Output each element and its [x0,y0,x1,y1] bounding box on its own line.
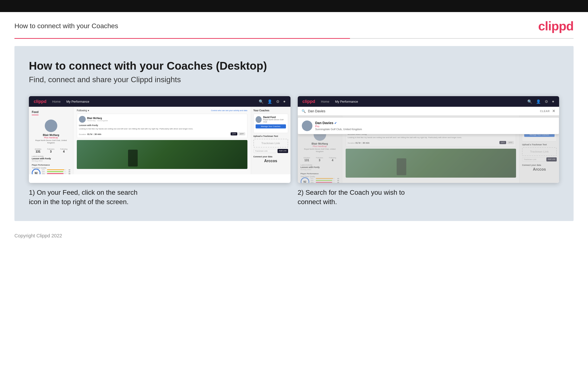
page-title: How to connect with your Coaches [14,22,118,30]
app-nav-1: clippd Home My Performance 🔍 👤 ⚙ ● [29,96,290,107]
search-result-info: Dan Davies ✔ Pro Sunningdale Golf Club, … [315,121,362,131]
lesson-card-avatar-1 [79,116,86,123]
app-nav-myperformance-1[interactable]: My Performance [66,100,89,103]
app-nav-icons-2: 🔍 👤 ⚙ ● [527,99,554,104]
search-input-mock[interactable]: Dan Davies [308,109,538,113]
profile-badge-2: Plus Handicap [301,145,339,147]
user-icon-1[interactable]: 👤 [267,99,272,104]
profile-badge-1: Plus Handicap [32,136,70,139]
add-link-btn-2[interactable]: Add Link [546,157,557,161]
search-result-avatar [302,120,312,131]
clippd-logo: clippd [538,19,574,33]
duration-row-1: Duration 01 hr : 30 min OTT APP [79,132,245,136]
main-title: How to connect with your Coaches (Deskto… [29,59,559,72]
step-1-text: 1) On your Feed, click on the searchicon… [29,188,290,207]
app-nav-home-1[interactable]: Home [52,100,61,103]
profile-name-2: Blair McHarg [301,142,339,145]
search-result-role: Pro [315,125,362,128]
feed-tab-1[interactable]: Feed [32,110,38,115]
app-nav-icons-1: 🔍 👤 ⚙ ● [259,99,286,104]
settings-icon-2[interactable]: ⚙ [545,99,548,104]
upload-section-1: Upload a Trackman Test Trackman Link Tra… [254,135,288,153]
search-result-club: Sunningdale Golf Club, United Kingdom [315,128,362,131]
search-overlay-container: 🔍 Dan Davies CLEAR ✕ Dan Davies [298,107,559,115]
player-perf-1: Player Performance Total Player Quality … [32,164,70,174]
golfer-figure-2 [397,158,406,175]
app-nav-logo-1: clippd [34,99,46,104]
search-bar-overlay: 🔍 Dan Davies CLEAR ✕ [298,107,559,115]
app-nav-home-2[interactable]: Home [321,100,330,103]
lesson-image-1 [77,140,247,169]
quality-circle-1: 92 [32,169,40,174]
trackman-box-1: Trackman Link [254,139,288,147]
latest-activity-1: Latest Activity Lesson with Fordy 03 Aug… [32,155,70,162]
main-subtitle: Find, connect and share your Clippd insi… [29,75,559,84]
stat-followers-2: Followers 3 [316,157,323,162]
avatar-icon-2[interactable]: ● [552,99,554,104]
search-result-item[interactable]: Dan Davies ✔ Pro Sunningdale Golf Club, … [298,118,559,134]
footer: Copyright Clippd 2022 [0,228,588,243]
main-content: How to connect with your Coaches (Deskto… [14,46,574,221]
avatar-icon-1[interactable]: ● [283,99,286,104]
search-icon-2[interactable]: 🔍 [527,99,532,104]
settings-icon-1[interactable]: ⚙ [276,99,280,104]
copyright: Copyright Clippd 2022 [14,233,62,238]
search-icon-overlay: 🔍 [302,109,306,113]
coach-avatar-1 [256,116,262,123]
step-2-text: 2) Search for the Coach you wish toconne… [298,188,559,207]
coach-item-1: David Ford Royal North Devon Golf Club [256,116,286,123]
search-result-name: Dan Davies ✔ [315,121,362,125]
quality-bars-1: OTT 90 APP 85 [42,169,70,174]
btn-tags-2: OTT APP [500,141,514,144]
connect-section-2: Connect your data Arccos [522,164,557,172]
coach-card-1: David Ford Royal North Devon Golf Club M… [254,114,288,133]
app-nav-2: clippd Home My Performance 🔍 👤 ⚙ ● [298,96,559,107]
header: How to connect with your Coaches clippd [0,12,588,38]
stat-following-1: Following 4 [60,148,67,153]
mid-panel-1: Following ▾ Control who can see your act… [73,107,251,174]
connect-section-1: Connect your data Arccos [254,156,288,163]
profile-club-1: Royal North Devon Golf Club, United King… [32,139,70,144]
lesson-image-2 [346,149,516,178]
search-icon-1[interactable]: 🔍 [259,99,263,104]
search-result-dropdown: Dan Davies ✔ Pro Sunningdale Golf Club, … [298,117,559,134]
verified-icon: ✔ [334,121,337,125]
top-bar [0,0,588,12]
following-bar-1: Following ▾ Control who can see your act… [77,109,247,112]
profile-name-1: Blair McHarg [32,134,70,136]
header-divider [14,38,574,39]
stat-activities-1: Activities 131 [35,148,41,153]
screenshot-1-frame: clippd Home My Performance 🔍 👤 ⚙ ● Feed [29,96,290,183]
right-panel-1: Your Coaches David Ford Royal North Devo… [251,107,290,174]
lesson-card-header-1: Blair McHarg Yesterday · Sunningdale [79,116,245,123]
screenshot-1-block: clippd Home My Performance 🔍 👤 ⚙ ● Feed [29,96,290,207]
arccos-logo-2: Arccos [522,167,557,172]
manage-coaches-btn-1[interactable]: Manage Your Coaches [256,124,286,129]
trackman-input-row-1: Trackman Link Add Link [254,149,288,153]
app-nav-logo-2: clippd [303,99,315,104]
duration-row-2: Duration 01 hr : 30 min OTT APP [348,140,514,145]
profile-avatar-1 [45,120,57,132]
quality-circle-2: 92 [301,177,309,183]
profile-club-2: Royal North Devon Golf Club, United King… [301,148,339,153]
stat-activities-2: Activities 131 [304,157,310,162]
quality-bars-2: OTT 90 APP 85 [311,178,339,183]
quality-row-2: 92 OTT 90 APP [301,177,339,183]
add-link-btn-1[interactable]: Add Link [278,149,288,153]
trackman-input-1[interactable]: Trackman Link [254,149,277,153]
following-btn-1[interactable]: Following ▾ [77,109,89,112]
quality-row-1: 92 OTT 90 APP [32,169,70,174]
close-search-button[interactable]: ✕ [552,109,555,113]
profile-stats-2: Activities 131 Followers 3 Following 4 [301,157,339,162]
upload-section-2: Upload a Trackman Test Trackman Link Tra… [522,143,557,161]
lesson-card-1: Blair McHarg Yesterday · Sunningdale Les… [77,114,247,138]
control-link-1[interactable]: Control who can see your activity and da… [211,110,247,111]
stat-following-2: Following 4 [329,157,336,162]
app-nav-myperformance-2[interactable]: My Performance [335,100,358,103]
user-icon-2[interactable]: 👤 [536,99,541,104]
trackman-input-2[interactable]: Trackman Link [522,157,545,161]
player-perf-2: Player Performance Total Player Quality … [301,173,339,183]
clear-button[interactable]: CLEAR [540,110,550,112]
latest-activity-2: Latest Activity Lesson with Fordy 03 Aug… [301,164,339,171]
arccos-logo-1: Arccos [254,159,288,163]
